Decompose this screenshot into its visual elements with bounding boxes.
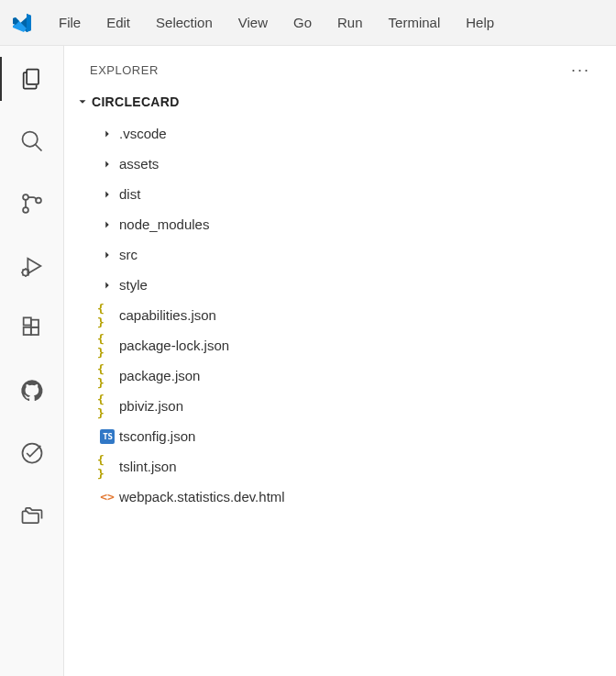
- menu-terminal[interactable]: Terminal: [378, 9, 452, 36]
- file-label: package-lock.json: [117, 338, 229, 353]
- activity-github[interactable]: [10, 369, 54, 413]
- folder-label: src: [117, 247, 138, 262]
- more-actions-icon[interactable]: ···: [571, 61, 598, 80]
- json-icon: { }: [97, 302, 117, 329]
- folder-node-modules[interactable]: node_modules: [90, 209, 616, 239]
- svg-line-2: [35, 145, 41, 151]
- file-package-lock-json[interactable]: { } package-lock.json: [90, 330, 616, 360]
- chevron-down-icon: [73, 95, 92, 108]
- svg-point-1: [22, 132, 37, 147]
- file-label: webpack.statistics.dev.html: [117, 489, 285, 504]
- file-label: package.json: [117, 368, 200, 383]
- folder-label: style: [117, 277, 148, 293]
- typescript-icon: TS: [97, 429, 117, 444]
- svg-rect-9: [30, 327, 38, 335]
- chevron-right-icon: [97, 188, 117, 201]
- vscode-logo-icon: [7, 8, 37, 38]
- activity-run-debug[interactable]: [10, 244, 54, 288]
- chevron-right-icon: [97, 127, 117, 140]
- activity-folders[interactable]: [10, 493, 54, 537]
- title-bar: File Edit Selection View Go Run Terminal…: [0, 0, 616, 46]
- menu-selection[interactable]: Selection: [145, 9, 224, 36]
- menu-help[interactable]: Help: [455, 9, 505, 36]
- svg-rect-8: [23, 327, 30, 335]
- sidebar-title: EXPLORER: [90, 63, 159, 77]
- file-tsconfig-json[interactable]: TS tsconfig.json: [90, 421, 616, 451]
- file-label: tslint.json: [117, 459, 177, 474]
- folder-vscode[interactable]: .vscode: [90, 118, 616, 149]
- folder-style[interactable]: style: [90, 270, 616, 300]
- html-icon: <>: [97, 490, 117, 504]
- file-pbiviz-json[interactable]: { } pbiviz.json: [90, 391, 616, 421]
- folder-src[interactable]: src: [90, 239, 616, 270]
- file-webpack-statistics-html[interactable]: <> webpack.statistics.dev.html: [90, 482, 616, 512]
- file-label: capabilities.json: [117, 307, 216, 323]
- svg-rect-0: [27, 70, 38, 84]
- folder-label: assets: [117, 156, 159, 172]
- chevron-right-icon: [97, 158, 117, 171]
- menu-edit[interactable]: Edit: [95, 9, 141, 36]
- folder-label: .vscode: [117, 126, 167, 141]
- activity-bar: [0, 46, 64, 676]
- svg-rect-10: [30, 320, 38, 327]
- file-tslint-json[interactable]: { } tslint.json: [90, 451, 616, 482]
- explorer-sidebar: EXPLORER ··· CIRCLECARD .vscode assets d…: [64, 46, 616, 676]
- menu-file[interactable]: File: [48, 9, 92, 36]
- activity-search[interactable]: [10, 119, 54, 163]
- file-capabilities-json[interactable]: { } capabilities.json: [90, 300, 616, 330]
- file-label: tsconfig.json: [117, 428, 195, 444]
- menu-bar: File Edit Selection View Go Run Terminal…: [48, 9, 505, 36]
- svg-point-3: [23, 194, 28, 200]
- chevron-right-icon: [97, 249, 117, 261]
- svg-point-4: [23, 207, 28, 213]
- project-name: CIRCLECARD: [92, 94, 180, 109]
- activity-source-control[interactable]: [10, 182, 54, 226]
- folder-assets[interactable]: assets: [90, 149, 616, 179]
- folder-label: node_modules: [117, 216, 209, 232]
- json-icon: { }: [97, 453, 117, 481]
- file-label: pbiviz.json: [117, 398, 183, 414]
- json-icon: { }: [97, 362, 117, 390]
- chevron-right-icon: [97, 218, 117, 231]
- folder-dist[interactable]: dist: [90, 179, 616, 209]
- menu-view[interactable]: View: [227, 9, 279, 36]
- project-header[interactable]: CIRCLECARD: [64, 87, 616, 115]
- file-tree: .vscode assets dist node_modules src sty…: [64, 115, 616, 512]
- json-icon: { }: [97, 393, 117, 420]
- folder-label: dist: [117, 186, 140, 202]
- json-icon: { }: [97, 332, 117, 360]
- file-package-json[interactable]: { } package.json: [90, 360, 616, 391]
- activity-explorer[interactable]: [10, 57, 54, 101]
- activity-checkmark[interactable]: [10, 431, 54, 475]
- svg-rect-11: [23, 317, 30, 325]
- svg-marker-6: [28, 259, 40, 273]
- menu-run[interactable]: Run: [326, 9, 374, 36]
- activity-extensions[interactable]: [10, 306, 54, 350]
- menu-go[interactable]: Go: [282, 9, 323, 36]
- chevron-right-icon: [97, 279, 117, 292]
